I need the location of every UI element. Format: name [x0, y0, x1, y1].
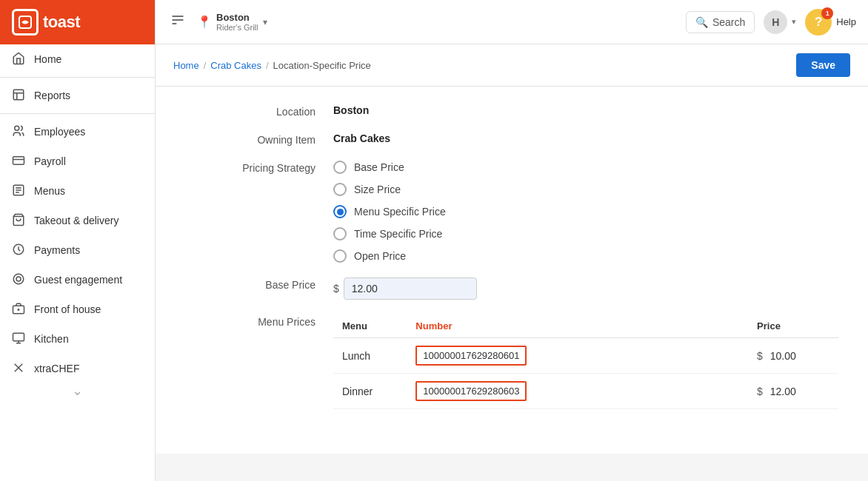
sidebar-item-home-label: Home	[34, 53, 61, 65]
location-chevron-icon: ▾	[263, 17, 267, 27]
base-price-input-wrapper: $	[333, 278, 477, 300]
radio-size-price[interactable]: Size Price	[333, 183, 446, 196]
reports-icon	[12, 88, 27, 103]
save-button[interactable]: Save	[796, 53, 850, 77]
breadcrumb-home[interactable]: Home	[173, 60, 199, 71]
spacer-dinner	[557, 374, 748, 409]
menu-number-dinner: 100000017629280603	[407, 374, 557, 409]
logo-text: toast	[43, 13, 80, 32]
sidebar-divider-1	[0, 77, 155, 78]
location-selector[interactable]: 📍 Boston Rider's Grill ▾	[197, 12, 267, 32]
search-label: Search	[712, 16, 745, 28]
radio-base-label: Base Price	[354, 161, 404, 173]
user-menu[interactable]: H ▾	[764, 10, 796, 34]
spacer-lunch	[557, 338, 748, 374]
sidebar-toggle-button[interactable]	[167, 10, 188, 34]
svg-point-13	[13, 274, 24, 284]
col-number-header: Number	[407, 314, 557, 338]
sidebar-item-takeout[interactable]: Takeout & delivery	[0, 206, 155, 235]
radio-size-label: Size Price	[354, 184, 401, 195]
owning-item-row: Owning Item Crab Cakes	[185, 132, 838, 146]
radio-size-outer	[333, 183, 347, 196]
menu-prices-table: Menu Number Price Lunch 1000000176292806…	[333, 314, 838, 409]
sidebar-item-home[interactable]: Home	[0, 44, 155, 74]
sidebar-item-xtrachef[interactable]: xtraCHEF	[0, 354, 155, 383]
sidebar: toast Home Reports Employees Payroll Men…	[0, 0, 156, 481]
menu-name-dinner: Dinner	[333, 374, 407, 409]
sidebar-item-guest-label: Guest engagement	[34, 274, 122, 286]
sidebar-item-employees[interactable]: Employees	[0, 117, 155, 147]
radio-menu-label: Menu Specific Price	[354, 206, 446, 218]
breadcrumb-item[interactable]: Crab Cakes	[210, 60, 261, 71]
scroll-indicator: ⌄	[0, 383, 155, 398]
breadcrumb-current: Location-Specific Price	[273, 60, 371, 71]
help-notification-badge: 1	[821, 7, 833, 19]
search-icon: 🔍	[695, 16, 708, 28]
svg-rect-5	[13, 157, 24, 165]
col-spacer-header	[557, 314, 748, 338]
owning-item-value: Crab Cakes	[333, 132, 390, 144]
price-value-lunch: 10.00	[770, 350, 796, 362]
logo: toast	[0, 0, 155, 44]
sidebar-item-payments[interactable]: Payments	[0, 235, 155, 265]
base-price-input[interactable]	[344, 278, 477, 300]
radio-time-specific-price[interactable]: Time Specific Price	[333, 227, 446, 240]
svg-rect-18	[13, 333, 24, 341]
breadcrumb-sep-2: /	[266, 60, 269, 71]
sidebar-item-kitchen-label: Kitchen	[34, 333, 69, 345]
search-button[interactable]: 🔍 Search	[686, 11, 755, 33]
location-row: Location Boston	[185, 104, 838, 118]
help-label: Help	[836, 16, 856, 27]
user-initial: H	[772, 16, 779, 28]
radio-time-label: Time Specific Price	[354, 228, 442, 240]
menu-name-lunch: Lunch	[333, 338, 407, 374]
pricing-strategy-label: Pricing Strategy	[185, 161, 333, 174]
radio-menu-specific-price[interactable]: Menu Specific Price	[333, 205, 446, 218]
number-highlighted-dinner: 100000017629280603	[415, 381, 527, 401]
sidebar-item-menus-label: Menus	[34, 185, 65, 197]
price-dollar-dinner: $	[757, 386, 763, 397]
table-row: Dinner 100000017629280603 $ 12.00	[333, 374, 838, 409]
guest-icon	[12, 272, 27, 287]
col-menu-header: Menu	[333, 314, 407, 338]
base-price-dollar: $	[333, 283, 339, 295]
base-price-label: Base Price	[185, 278, 333, 291]
takeout-icon	[12, 213, 27, 228]
sidebar-divider-2	[0, 113, 155, 114]
location-restaurant: Rider's Grill	[216, 23, 258, 32]
menu-prices-label: Menu Prices	[185, 314, 333, 328]
sidebar-item-employees-label: Employees	[34, 126, 85, 138]
pricing-strategy-options: Base Price Size Price Menu Specific Pric…	[333, 161, 446, 263]
xtrachef-icon	[12, 361, 27, 376]
frontofhouse-icon	[12, 302, 27, 317]
radio-base-price[interactable]: Base Price	[333, 161, 446, 174]
sidebar-item-xtrachef-label: xtraCHEF	[34, 363, 79, 374]
sidebar-item-reports[interactable]: Reports	[0, 81, 155, 110]
sidebar-item-reports-label: Reports	[34, 90, 70, 101]
radio-menu-inner	[337, 209, 344, 215]
col-price-header: Price	[748, 314, 838, 338]
menu-prices-table-container: Menu Number Price Lunch 1000000176292806…	[333, 314, 838, 409]
menu-prices-row: Menu Prices Menu Number Price	[185, 314, 838, 409]
sidebar-item-payments-label: Payments	[34, 244, 80, 256]
svg-point-14	[16, 277, 21, 281]
help-question-icon: ?	[815, 15, 822, 30]
payroll-icon	[12, 154, 27, 169]
radio-open-price[interactable]: Open Price	[333, 249, 446, 263]
sidebar-item-frontofhouse[interactable]: Front of house	[0, 295, 155, 324]
payments-icon	[12, 243, 27, 258]
menu-number-lunch: 100000017629280601	[407, 338, 557, 374]
owning-item-label: Owning Item	[185, 132, 333, 146]
radio-open-outer	[333, 249, 347, 263]
sidebar-item-payroll[interactable]: Payroll	[0, 147, 155, 176]
table-row: Lunch 100000017629280601 $ 10.00	[333, 338, 838, 374]
sidebar-item-menus[interactable]: Menus	[0, 176, 155, 206]
sidebar-item-kitchen[interactable]: Kitchen	[0, 324, 155, 354]
help-badge: ? 1	[805, 9, 832, 36]
topbar: 📍 Boston Rider's Grill ▾ 🔍 Search H ▾ ? …	[156, 0, 868, 44]
user-chevron-icon: ▾	[792, 17, 796, 27]
help-button[interactable]: ? 1 Help	[805, 9, 856, 36]
sidebar-item-guest[interactable]: Guest engagement	[0, 265, 155, 295]
content-area: Home / Crab Cakes / Location-Specific Pr…	[156, 44, 868, 481]
pricing-strategy-row: Pricing Strategy Base Price Size Price	[185, 161, 838, 263]
